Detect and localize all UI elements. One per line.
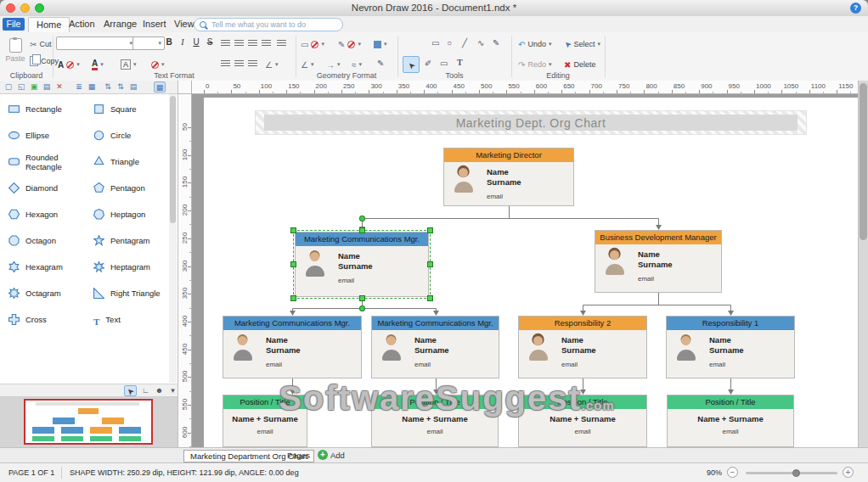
shape-tool[interactable]: ▭ <box>440 59 448 68</box>
thumbnail-view-icon[interactable]: ▦ <box>154 81 166 92</box>
group-view-icon[interactable]: ▤ <box>127 81 139 92</box>
org-node-5[interactable]: Responsibility 2 Name Surname email <box>518 316 647 378</box>
underline-button[interactable]: U <box>190 36 202 49</box>
paste-button[interactable]: Paste <box>3 36 27 74</box>
shape-item-hexagon[interactable]: Hexagon <box>0 202 85 228</box>
zoom-slider[interactable] <box>746 472 837 474</box>
shape-list-scrollbar[interactable] <box>169 94 177 383</box>
org-node-8[interactable]: Position / Title Name + Surname email <box>371 395 499 447</box>
curve-tool[interactable]: ∿ <box>477 38 484 48</box>
shape-item-heptagram[interactable]: Heptagram <box>85 255 170 281</box>
search-box[interactable] <box>194 18 343 31</box>
zoom-in-button[interactable]: + <box>843 467 854 478</box>
shape-outline-button[interactable]: ▭ ▾ <box>299 37 326 51</box>
text-tool[interactable]: T <box>457 58 463 67</box>
italic-button[interactable]: I <box>177 36 189 49</box>
pencil-tool[interactable]: ✎ <box>493 38 499 48</box>
new-library-icon[interactable]: ▢ <box>3 81 14 92</box>
shape-item-octagram[interactable]: Octagram <box>0 281 85 307</box>
pen-tool[interactable]: ✐ <box>425 59 431 68</box>
search-input[interactable] <box>210 20 324 30</box>
selection-handle-ml[interactable] <box>290 261 296 267</box>
shape-item-octagon[interactable]: Octagon <box>0 228 85 255</box>
vertical-scrollbar-thumb[interactable] <box>860 83 867 240</box>
font-size-select[interactable]: ▾ <box>132 36 165 50</box>
select-button[interactable]: ➤ Select ▾ <box>562 37 602 51</box>
shape-item-pentagon[interactable]: Pentagon <box>85 176 170 202</box>
vertical-scrollbar[interactable] <box>858 81 868 447</box>
line-style-button[interactable]: ≈ ▾ <box>350 58 364 71</box>
pages-label[interactable]: Pages <box>287 451 310 460</box>
text-color-button[interactable]: A ▾ <box>56 58 82 71</box>
org-node-1[interactable]: Marketing Communications Mgr. Name Surna… <box>295 232 429 297</box>
text-box-style-button[interactable]: A ▾ <box>119 58 138 71</box>
org-node-0[interactable]: Marketing Director Name Surname email <box>443 148 574 206</box>
shape-item-right-triangle[interactable]: Right Triangle <box>85 281 170 307</box>
align-left-icon[interactable] <box>221 40 230 48</box>
shape-item-square[interactable]: Square <box>85 97 170 123</box>
add-page-button[interactable]: + Add <box>318 450 345 460</box>
org-node-3[interactable]: Marketing Communications Mgr. Name Surna… <box>223 316 362 378</box>
align-right-icon[interactable] <box>248 40 257 48</box>
shape-item-hexagram[interactable]: Hexagram <box>0 255 85 281</box>
shape-item-ellipse[interactable]: Ellipse <box>0 123 85 149</box>
person-shape-icon[interactable]: ☻ <box>153 385 166 396</box>
ellipse-tool[interactable]: ○ <box>447 38 452 48</box>
selection-handle-tl[interactable] <box>290 227 296 233</box>
pointer-mode-icon[interactable]: ➤ <box>124 385 137 396</box>
org-node-9[interactable]: Position / Title Name + Surname email <box>518 395 647 447</box>
format-painter-icon[interactable]: ✎ <box>377 59 384 68</box>
org-node-4[interactable]: Marketing Communications Mgr. Name Surna… <box>371 316 499 378</box>
valign-bottom-icon[interactable] <box>248 60 257 68</box>
open-library-icon[interactable]: ◱ <box>15 81 27 92</box>
shape-fill-button[interactable]: ▾ <box>372 37 389 51</box>
shape-item-cross[interactable]: Cross <box>0 307 85 333</box>
selection-handle-mr[interactable] <box>427 261 433 267</box>
corner-style-button[interactable]: ∠ ▾ <box>299 58 315 71</box>
zoom-out-button[interactable]: − <box>727 467 738 478</box>
valign-top-icon[interactable] <box>221 60 230 68</box>
drawing-canvas[interactable]: Marketing Dept. Org Chart Marketing Dire… <box>192 94 858 447</box>
selection-handle-bc[interactable] <box>359 295 365 301</box>
shape-item-pentagram[interactable]: Pentagram <box>85 228 170 255</box>
list-view-icon[interactable]: ≣ <box>73 81 85 92</box>
org-node-10[interactable]: Position / Title Name + Surname email <box>667 395 794 447</box>
shape-item-rectangle[interactable]: Rectangle <box>0 97 85 123</box>
remove-library-icon[interactable]: ✕ <box>54 81 65 92</box>
selection-handle-tr[interactable] <box>427 227 433 233</box>
org-node-2[interactable]: Business Development Manager Name Surnam… <box>595 230 722 293</box>
rectangle-tool[interactable]: ▭ <box>431 38 439 48</box>
delete-button[interactable]: ✖ Delete <box>562 58 597 71</box>
shape-item-triangle[interactable]: Triangle <box>85 149 170 176</box>
import-library-icon[interactable]: ▤ <box>41 81 53 92</box>
icon-view-icon[interactable]: ▦ <box>86 81 98 92</box>
shape-item-text[interactable]: TText <box>85 307 170 333</box>
shape-item-diamond[interactable]: Diamond <box>0 176 85 202</box>
selection-handle-br[interactable] <box>427 295 433 301</box>
sort-descending-icon[interactable]: ⇅ <box>115 81 127 92</box>
more-modes-icon[interactable]: ▾ <box>166 385 179 396</box>
text-fill-button[interactable]: A ▾ <box>90 58 105 71</box>
cut-button[interactable]: ✂ Cut <box>28 37 53 51</box>
selection-handle-bl[interactable] <box>290 295 296 301</box>
shape-list-scrollbar-thumb[interactable] <box>170 96 176 223</box>
text-border-button[interactable]: ▾ <box>149 58 166 71</box>
align-justify-icon[interactable] <box>262 40 271 48</box>
save-library-icon[interactable]: ▣ <box>28 81 40 92</box>
undo-button[interactable]: ↶ Undo ▾ <box>516 37 553 51</box>
font-family-select[interactable]: ▾ <box>56 36 136 50</box>
menu-file[interactable]: File <box>3 18 25 31</box>
shape-item-heptagon[interactable]: Heptagon <box>85 202 170 228</box>
shape-item-rounded-rectangle[interactable]: Rounded Rectangle <box>0 149 85 176</box>
bold-button[interactable]: B <box>163 36 175 49</box>
connector-mode-icon[interactable]: ∟ <box>139 385 152 396</box>
arrowhead-button[interactable]: → ▾ <box>324 58 342 71</box>
selection-handle-tc[interactable] <box>359 227 365 233</box>
strikethrough-button[interactable]: S <box>204 36 216 49</box>
redo-button[interactable]: ↷ Redo ▾ <box>516 58 553 71</box>
shape-stroke-button[interactable]: ✎ ▾ <box>336 37 363 51</box>
text-angle-button[interactable]: ∠ ▾ <box>263 58 279 71</box>
org-node-6[interactable]: Responsibility 1 Name Surname email <box>666 316 795 378</box>
pointer-tool[interactable]: ➤ <box>403 56 420 73</box>
help-icon[interactable]: ? <box>850 3 861 14</box>
